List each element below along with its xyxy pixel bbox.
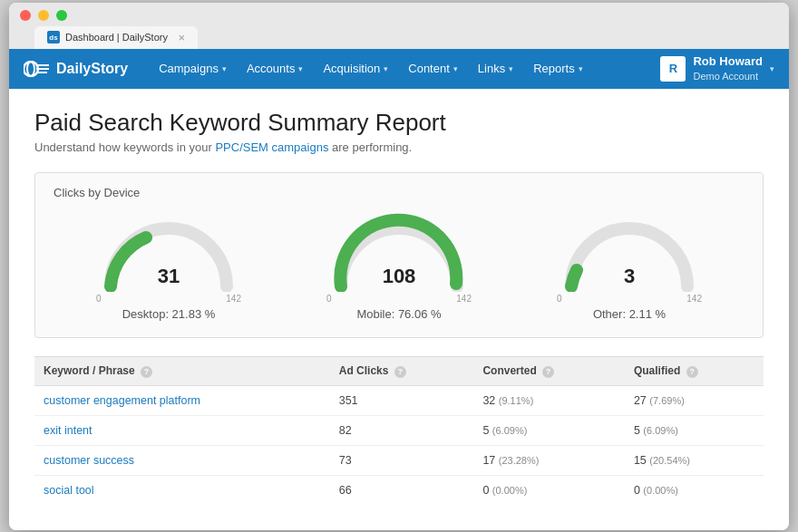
cell-converted-3: 0 (0.00%): [473, 475, 625, 505]
gauge-desktop-min: 0: [96, 294, 102, 304]
gauge-desktop: 31 0 142 Desktop: 21.83 %: [69, 210, 268, 321]
cell-converted-1: 5 (6.09%): [473, 415, 625, 445]
user-avatar: R: [660, 56, 686, 82]
page-title: Paid Search Keyword Summary Report: [34, 109, 764, 137]
gauge-other-value: 3: [624, 265, 635, 288]
table-row: exit intent 82 5 (6.09%) 5 (6.09%): [34, 415, 764, 445]
keyword-link-0[interactable]: customer engagement platform: [44, 394, 200, 407]
user-display-name: Rob Howard: [693, 54, 763, 70]
gauge-other-minmax: 0 142: [557, 294, 702, 304]
gauge-desktop-minmax: 0 142: [96, 294, 241, 304]
brand-logo-area[interactable]: DailyStory: [24, 61, 128, 77]
table-row: customer success 73 17 (23.28%) 15 (20.5…: [34, 445, 764, 475]
cell-keyword-1: exit intent: [34, 415, 330, 445]
keywords-table: Keyword / Phrase ? Ad Clicks ? Converted…: [34, 356, 764, 505]
cell-adclicks-1: 82: [330, 415, 474, 445]
gauge-mobile: 108 0 142 Mobile: 76.06 %: [299, 210, 499, 321]
gauge-mobile-min: 0: [326, 294, 332, 304]
close-dot[interactable]: [20, 10, 31, 21]
content-caret-icon: ▾: [453, 64, 458, 73]
nav-item-reports[interactable]: Reports ▾: [524, 56, 592, 81]
tab-close-button[interactable]: ×: [178, 31, 185, 44]
cell-qualified-1: 5 (6.09%): [625, 415, 764, 445]
table-row: social tool 66 0 (0.00%) 0 (0.00%): [34, 475, 764, 505]
browser-chrome: ds Dashboard | DailyStory ×: [9, 3, 789, 49]
tab-favicon: ds: [47, 31, 60, 44]
gauge-other-label: Other: 2.11 %: [593, 307, 666, 321]
campaigns-caret-icon: ▾: [222, 64, 227, 73]
browser-window: ds Dashboard | DailyStory × DailyStory: [9, 3, 789, 530]
acquisition-caret-icon: ▾: [384, 64, 388, 73]
navbar: DailyStory Campaigns ▾ Accounts ▾ Acquis…: [9, 49, 789, 89]
minimize-dot[interactable]: [38, 10, 49, 21]
table-header-row: Keyword / Phrase ? Ad Clicks ? Converted…: [34, 356, 764, 385]
nav-acquisition-label: Acquisition: [323, 62, 380, 75]
reports-caret-icon: ▾: [579, 64, 583, 73]
adclicks-help-icon[interactable]: ?: [394, 366, 406, 378]
user-account-name: Demo Account: [693, 70, 763, 82]
nav-item-content[interactable]: Content ▾: [399, 56, 467, 81]
col-keyword: Keyword / Phrase ?: [34, 356, 330, 385]
cell-keyword-3: social tool: [34, 475, 330, 505]
col-ad-clicks: Ad Clicks ?: [330, 356, 474, 385]
accounts-caret-icon: ▾: [298, 64, 303, 73]
cell-adclicks-2: 73: [330, 445, 474, 475]
col-converted: Converted ?: [473, 356, 625, 385]
tab-bar: ds Dashboard | DailyStory ×: [34, 26, 778, 49]
browser-controls: [20, 10, 778, 21]
col-qualified: Qualified ?: [625, 356, 764, 385]
nav-campaigns-label: Campaigns: [159, 62, 219, 75]
browser-tab[interactable]: ds Dashboard | DailyStory ×: [34, 26, 198, 49]
nav-reports-label: Reports: [533, 62, 575, 75]
maximize-dot[interactable]: [56, 10, 67, 21]
cell-keyword-2: customer success: [34, 445, 330, 475]
keyword-link-3[interactable]: social tool: [44, 484, 94, 497]
svg-point-1: [27, 62, 34, 76]
brand-name: DailyStory: [56, 61, 128, 77]
nav-item-acquisition[interactable]: Acquisition ▾: [314, 56, 397, 81]
keyword-link-2[interactable]: customer success: [44, 454, 134, 467]
page-subtitle: Understand how keywords in your PPC/SEM …: [34, 140, 764, 154]
gauge-other: 3 0 142 Other: 2.11 %: [530, 210, 729, 321]
svg-point-0: [24, 62, 38, 76]
links-caret-icon: ▾: [509, 64, 513, 73]
nav-links-label: Links: [478, 62, 505, 75]
keyword-help-icon[interactable]: ?: [141, 366, 152, 378]
gauge-desktop-label: Desktop: 21.83 %: [122, 307, 216, 321]
nav-accounts-label: Accounts: [247, 62, 295, 75]
main-content: Paid Search Keyword Summary Report Under…: [9, 89, 789, 530]
table-row: customer engagement platform 351 32 (9.1…: [34, 385, 764, 415]
gauge-other-svg-wrap: 3: [557, 210, 702, 292]
nav-content-label: Content: [408, 62, 450, 75]
gauge-card: Clicks by Device 31 0: [34, 172, 764, 338]
gauge-other-min: 0: [557, 294, 562, 304]
gauge-mobile-svg-wrap: 108: [326, 210, 472, 292]
user-name-block: Rob Howard Demo Account: [693, 54, 763, 82]
cell-keyword-0: customer engagement platform: [34, 385, 330, 415]
gauge-card-title: Clicks by Device: [54, 186, 744, 199]
gauge-mobile-label: Mobile: 76.06 %: [356, 307, 441, 321]
user-badge[interactable]: R Rob Howard Demo Account ▾: [660, 54, 774, 82]
qualified-help-icon[interactable]: ?: [686, 366, 698, 378]
gauge-desktop-max: 142: [226, 294, 241, 304]
nav-item-accounts[interactable]: Accounts ▾: [238, 56, 312, 81]
nav-item-campaigns[interactable]: Campaigns ▾: [150, 56, 236, 81]
cell-qualified-3: 0 (0.00%): [625, 475, 764, 505]
cell-converted-2: 17 (23.28%): [473, 445, 625, 475]
gauge-mobile-value: 108: [383, 265, 416, 288]
gauge-other-max: 142: [686, 294, 702, 304]
gauge-desktop-svg-wrap: 31: [96, 210, 241, 292]
tab-title: Dashboard | DailyStory: [65, 32, 168, 43]
ppc-sem-link[interactable]: PPC/SEM campaigns: [215, 140, 328, 154]
brand-logo-icon: [24, 61, 49, 77]
keyword-link-1[interactable]: exit intent: [44, 424, 92, 437]
nav-item-links[interactable]: Links ▾: [469, 56, 522, 81]
user-dropdown-caret: ▾: [770, 64, 774, 73]
cell-adclicks-0: 351: [330, 385, 474, 415]
cell-converted-0: 32 (9.11%): [473, 385, 625, 415]
converted-help-icon[interactable]: ?: [542, 366, 554, 378]
cell-qualified-0: 27 (7.69%): [625, 385, 764, 415]
gauge-mobile-minmax: 0 142: [326, 294, 472, 304]
nav-items: Campaigns ▾ Accounts ▾ Acquisition ▾ Con…: [150, 56, 660, 81]
cell-adclicks-3: 66: [330, 475, 474, 505]
